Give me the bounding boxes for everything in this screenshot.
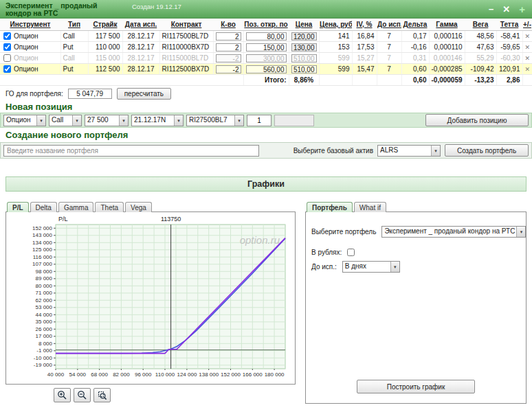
svg-text:35 000: 35 000 [36,319,53,325]
tab-gamma[interactable]: Gamma [58,202,94,212]
price-input[interactable]: 510,00 [291,65,317,73]
column-header-2[interactable]: Страйк [88,19,122,31]
open-input[interactable]: 560,00 [246,65,287,73]
zoom-reset-button[interactable] [93,388,111,402]
add-position-button[interactable]: Добавить позицию [425,114,529,126]
cell-vega: 48,56 [465,31,496,42]
position-row: ОпционPut110 00028.12.17RI110000BX7D2150… [0,42,532,53]
column-header-9[interactable]: IV, % [352,19,377,31]
qty-input[interactable]: -2 [216,54,241,62]
window-title-line2: кондор на РТС [5,9,58,17]
column-header-15[interactable]: +/- [522,19,532,31]
tab-theta[interactable]: Theta [95,202,124,212]
cell-days: 7 [377,31,401,42]
create-portfolio-button[interactable]: Создать портфель [445,144,529,157]
column-header-3[interactable]: Дата исп. [122,19,159,31]
column-header-6[interactable]: Поз. откр. по [243,19,289,31]
add-icon[interactable]: + [519,4,525,14]
delete-row-icon[interactable]: ✕ [525,44,531,51]
rubles-checkbox[interactable] [347,249,355,256]
svg-text:152 000: 152 000 [32,225,52,231]
instrument-select[interactable]: Опцион ▾ [3,115,46,126]
build-chart-button[interactable]: Построить график [357,380,475,393]
tab-vega[interactable]: Vega [125,202,152,212]
row-checkbox[interactable] [3,65,11,73]
delete-row-icon[interactable]: ✕ [525,55,531,62]
base-asset-label: Выберите базовый актив [293,147,373,154]
row-checkbox[interactable] [3,43,11,51]
expiry-date-select[interactable]: 21.12.17N ▾ [131,115,184,126]
column-header-7[interactable]: Цена [289,19,319,31]
base-asset-select[interactable]: ALRS ▾ [377,145,441,157]
cell-type: Put [60,64,88,75]
option-type-select[interactable]: Call ▾ [49,115,82,126]
portfolio-select-label: Выберите портфель [311,228,376,236]
cell-price_rub: 141 [319,31,352,42]
rubles-label: В рублях: [311,249,342,256]
open-input[interactable]: 300,00 [246,54,287,62]
svg-text:40 000: 40 000 [47,371,65,378]
price-input[interactable]: 120,00 [291,32,317,41]
column-header-13[interactable]: Вега [465,19,496,31]
cell-iv: 16,84 [352,31,377,42]
svg-text:125 000: 125 000 [32,247,52,253]
cell-empty [522,75,532,86]
cell-instrument: Опцион [0,42,60,53]
recalculate-button[interactable]: пересчитать [117,88,171,100]
tab-portfolio[interactable]: Портфель [307,202,353,212]
margin-row: ГО для портфеля: 5 047,79 пересчитать [0,86,532,101]
row-checkbox[interactable] [3,54,11,62]
zoom-controls [54,388,296,402]
quantity-input[interactable] [247,115,271,126]
svg-text:-19 000: -19 000 [34,362,53,368]
close-icon[interactable]: ✕ [502,5,510,14]
column-header-14[interactable]: Тетта [496,19,522,31]
tab-pl[interactable]: P/L [7,202,29,212]
qty-input[interactable]: -2 [216,65,241,73]
cell-theta: -58,41 [496,31,522,42]
open-input[interactable]: 150,00 [246,43,287,52]
column-header-5[interactable]: К-во [213,19,243,31]
price-input[interactable]: 510,00 [291,54,317,62]
cell-open: 300,00 [243,53,289,64]
zoom-out-icon [77,390,87,400]
new-position-row: Опцион ▾ Call ▾ 27 500 ▾ 21.12.17N ▾ RI2… [0,113,532,128]
column-header-4[interactable]: Контракт [159,19,213,31]
column-header-10[interactable]: До исп. [377,19,401,31]
totals-iv: 8,86% [289,75,319,86]
column-header-1[interactable]: Тип [60,19,88,31]
zoom-in-button[interactable] [54,388,71,402]
svg-text:107 000: 107 000 [32,261,52,267]
cell-gamma: 0,000116 [429,31,465,42]
column-header-11[interactable]: Дельта [401,19,429,31]
cell-contract: RI115000BL7D [159,53,213,64]
delete-row-icon[interactable]: ✕ [525,66,531,73]
column-header-12[interactable]: Гамма [429,19,465,31]
svg-text:110 000: 110 000 [155,371,175,378]
svg-text:-10 000: -10 000 [34,355,53,361]
cell-iv: 15,47 [352,64,377,75]
qty-input[interactable]: 2 [216,32,241,41]
column-header-8[interactable]: Цена, руб. [319,19,352,31]
svg-text:26 000: 26 000 [36,326,53,332]
strike-select[interactable]: 27 500 ▾ [85,115,129,126]
cell-delete: ✕ [522,42,532,53]
portfolio-select[interactable]: Эксперимент _ проданый кондор на РТС ▾ [381,226,526,238]
cell-date: 28.12.17 [122,64,159,75]
tab-delta[interactable]: Delta [30,202,57,212]
portfolio-panel: Портфель What if Выберите портфель Экспе… [305,202,527,404]
minimize-icon[interactable]: − [489,5,494,14]
portfolio-name-input[interactable] [3,145,259,157]
delete-row-icon[interactable]: ✕ [525,33,531,40]
qty-input[interactable]: 2 [216,43,241,52]
days-select[interactable]: В днях ▾ [342,261,400,273]
price-input[interactable]: 130,00 [291,43,317,52]
cell-strike: 117 500 [88,31,122,42]
contract-select[interactable]: RI27500BL7 ▾ [186,115,244,126]
tab-whatif[interactable]: What if [354,202,386,212]
row-checkbox[interactable] [3,32,11,40]
zoom-out-button[interactable] [74,388,91,402]
column-header-0[interactable]: Инструмент [0,19,60,31]
positions-table: ИнструментТипСтрайкДата исп.КонтрактК-во… [0,19,532,86]
open-input[interactable]: 80,00 [246,32,287,41]
